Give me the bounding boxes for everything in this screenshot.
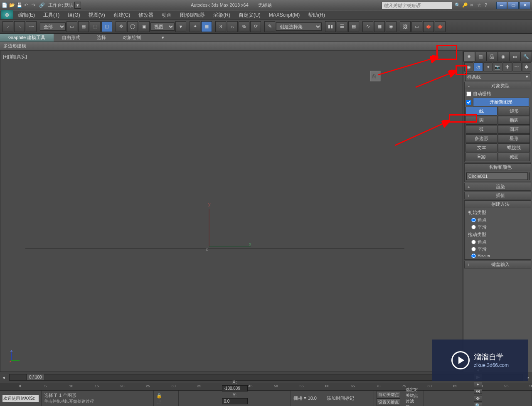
infocenter-icon[interactable]: 🔍 <box>455 2 461 8</box>
render-setup-icon[interactable]: 🖼 <box>400 21 411 32</box>
rect-select-icon[interactable]: ⬚ <box>90 21 101 32</box>
favorite-icon[interactable]: ☆ <box>477 2 483 8</box>
close-button[interactable]: ✕ <box>520 2 530 9</box>
render-icon[interactable]: 🫖 <box>423 21 434 32</box>
addtime-label[interactable]: 添加时间标记 <box>327 395 371 401</box>
viewport-label[interactable]: [+][前][真实] <box>3 54 27 60</box>
refcoord-dropdown[interactable]: 视图 <box>150 22 175 31</box>
menu-edit[interactable]: 编辑(E) <box>14 12 39 19</box>
spacewarps-cat-icon[interactable]: 〰 <box>512 62 522 71</box>
drag-smooth-radio[interactable] <box>471 247 476 251</box>
scale-icon[interactable]: ▣ <box>139 21 150 32</box>
redo-icon[interactable]: ↷ <box>32 2 37 8</box>
menu-customize[interactable]: 自定义(U) <box>234 12 265 19</box>
save-icon[interactable]: 💾 <box>17 2 22 8</box>
bind-icon[interactable]: 〰 <box>26 21 37 32</box>
menu-maxscript[interactable]: MAXScript(M) <box>265 12 304 18</box>
frame-readout[interactable]: 0 / 100 <box>26 374 45 380</box>
ribbon-tab-graphite[interactable]: Graphite 建模工具 <box>0 34 54 42</box>
rollout-hdr-objtype[interactable]: -对象类型 <box>465 82 531 89</box>
select-name-icon[interactable]: ▤ <box>78 21 89 32</box>
rollout-hdr-createmethod[interactable]: -创建方法 <box>465 201 531 208</box>
rotate-icon[interactable]: ◯ <box>127 21 138 32</box>
cameras-cat-icon[interactable]: 📷 <box>493 62 502 71</box>
utilities-tab-icon[interactable]: 🔧 <box>521 52 532 62</box>
unlink-icon[interactable]: ⟍ <box>14 21 25 32</box>
ngon-button[interactable]: 多边形 <box>466 134 498 143</box>
percent-snap-icon[interactable]: % <box>239 21 249 32</box>
arc-button[interactable]: 弧 <box>466 125 498 134</box>
ribbon-tab-freeform[interactable]: 自由形式 <box>54 34 89 42</box>
menu-help[interactable]: 帮助(H) <box>304 12 329 19</box>
ribbon-expand-icon[interactable]: ▾ <box>162 35 164 40</box>
motion-tab-icon[interactable]: ◉ <box>498 52 510 62</box>
select-link-icon[interactable]: ⟋ <box>2 21 13 32</box>
pan-icon[interactable]: ✥ <box>474 396 482 402</box>
circle-button[interactable]: 圆 <box>466 116 498 125</box>
menu-rendering[interactable]: 渲染(R) <box>209 12 234 19</box>
rectangle-button[interactable]: 矩形 <box>498 107 530 116</box>
selset-label[interactable]: 选定对 <box>406 387 421 393</box>
selection-filter-dropdown[interactable]: 全部 <box>40 22 66 31</box>
display-tab-icon[interactable]: ▭ <box>509 52 521 62</box>
menu-tools[interactable]: 工具(T) <box>39 12 64 19</box>
ellipse-button[interactable]: 椭圆 <box>498 116 530 125</box>
move-icon[interactable]: ✥ <box>116 21 126 32</box>
menu-grapheditors[interactable]: 图形编辑器 <box>176 12 209 19</box>
ribbon-tab-objectpaint[interactable]: 对象绘制 <box>114 34 149 42</box>
track-bar[interactable]: 0510152025303540455055606570758085909510… <box>0 383 532 390</box>
helix-button[interactable]: 螺旋线 <box>498 143 530 152</box>
autogrid-checkbox[interactable] <box>466 91 471 96</box>
render-frame-icon[interactable]: ▭ <box>411 21 422 32</box>
drag-bezier-radio[interactable] <box>471 253 476 258</box>
modify-tab-icon[interactable]: ▤ <box>475 52 487 62</box>
rollout-hdr-namecolor[interactable]: -名称和颜色 <box>465 164 531 171</box>
menu-group[interactable]: 组(G) <box>64 12 84 19</box>
x-coord-input[interactable] <box>222 385 248 391</box>
create-tab-icon[interactable]: ✹ <box>463 52 475 62</box>
rollout-hdr-render[interactable]: +渲染 <box>465 183 531 190</box>
menu-modifiers[interactable]: 修改器 <box>134 12 158 19</box>
application-menu-icon[interactable]: ◎ <box>1 10 13 19</box>
startnew-checkbox[interactable] <box>466 100 471 105</box>
mirror-icon[interactable]: ▮▮ <box>325 21 336 32</box>
keyfilter-button[interactable]: 关键点过滤器... <box>406 393 421 406</box>
drag-corner-radio[interactable] <box>471 240 476 244</box>
link-icon[interactable]: 🔗 <box>39 2 45 8</box>
menu-create[interactable]: 创建(C) <box>109 12 135 19</box>
minimize-button[interactable]: ─ <box>496 2 507 9</box>
object-color-swatch[interactable] <box>529 172 530 180</box>
lights-cat-icon[interactable]: ✦ <box>483 62 493 71</box>
search-input[interactable] <box>382 2 452 9</box>
hierarchy-tab-icon[interactable]: 品 <box>486 52 498 62</box>
menu-animation[interactable]: 动画 <box>158 12 176 19</box>
viewcube[interactable]: 前 <box>363 64 388 89</box>
spinner-snap-icon[interactable]: ⟳ <box>250 21 261 32</box>
shape-category-dropdown[interactable]: 样条线▾ <box>465 73 530 81</box>
keymode-icon[interactable]: ▦ <box>201 21 212 32</box>
shapes-cat-icon[interactable]: ◔ <box>474 62 483 71</box>
goto-end-icon[interactable]: ⏭ <box>474 388 482 394</box>
angle-snap-icon[interactable]: ∩ <box>227 21 238 32</box>
editsel-icon[interactable]: ✎ <box>264 21 275 32</box>
help-icon[interactable]: ? <box>485 2 490 8</box>
maximize-button[interactable]: ▭ <box>508 2 519 9</box>
snap-toggle-icon[interactable]: 3 <box>215 21 226 32</box>
undo-icon[interactable]: ↶ <box>24 2 30 8</box>
workspace-dropdown[interactable]: ▾ <box>74 2 81 9</box>
object-name-input[interactable] <box>466 172 528 180</box>
rollout-hdr-keyboard[interactable]: +键盘输入 <box>465 261 531 268</box>
window-crossing-icon[interactable]: ◫ <box>101 21 112 32</box>
helpers-cat-icon[interactable]: ✚ <box>503 62 512 71</box>
y-coord-input[interactable] <box>222 398 248 404</box>
lock-icon[interactable]: 🔒 <box>156 393 176 399</box>
next-frame-icon[interactable]: ▸ <box>474 381 482 387</box>
line-button[interactable]: 线 <box>466 107 498 116</box>
viewport-front[interactable]: [+][前][真实] y x z z 前 <box>0 51 463 372</box>
text-button[interactable]: 文本 <box>466 143 498 152</box>
open-icon[interactable]: 📂 <box>9 2 15 8</box>
signin-icon[interactable]: 🔑 <box>462 2 468 8</box>
pivot-icon[interactable]: ▼ <box>175 21 186 32</box>
select-object-icon[interactable]: ▭ <box>66 21 77 32</box>
init-smooth-radio[interactable] <box>471 225 476 229</box>
